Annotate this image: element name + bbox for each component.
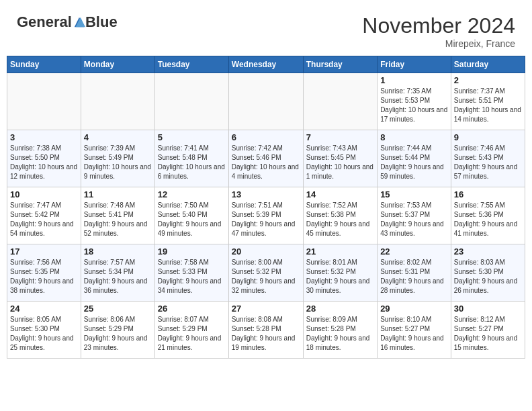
day-number: 26 xyxy=(158,304,226,314)
day-number: 16 xyxy=(454,189,522,199)
day-info: Sunrise: 8:05 AM Sunset: 5:30 PM Dayligh… xyxy=(10,315,78,353)
day-info: Sunrise: 7:56 AM Sunset: 5:35 PM Dayligh… xyxy=(10,258,78,295)
day-number: 27 xyxy=(232,304,300,314)
day-info: Sunrise: 7:41 AM Sunset: 5:48 PM Dayligh… xyxy=(158,144,226,181)
calendar-cell: 18Sunrise: 7:57 AM Sunset: 5:34 PM Dayli… xyxy=(81,244,154,302)
calendar-cell: 4Sunrise: 7:39 AM Sunset: 5:49 PM Daylig… xyxy=(81,130,154,187)
day-number: 7 xyxy=(306,132,374,142)
calendar-cell: 21Sunrise: 8:01 AM Sunset: 5:32 PM Dayli… xyxy=(303,244,377,302)
calendar-cell: 28Sunrise: 8:09 AM Sunset: 5:28 PM Dayli… xyxy=(303,302,377,359)
calendar-cell: 26Sunrise: 8:07 AM Sunset: 5:29 PM Dayli… xyxy=(154,302,228,359)
location: Mirepeix, France xyxy=(362,38,515,49)
day-number: 1 xyxy=(380,75,448,85)
day-info: Sunrise: 8:10 AM Sunset: 5:27 PM Dayligh… xyxy=(380,315,448,353)
calendar-week-row-2: 3Sunrise: 7:38 AM Sunset: 5:50 PM Daylig… xyxy=(7,130,525,187)
day-number: 28 xyxy=(306,304,374,314)
calendar-cell xyxy=(81,73,154,130)
day-info: Sunrise: 7:57 AM Sunset: 5:34 PM Dayligh… xyxy=(84,258,152,295)
logo-icon xyxy=(73,16,85,28)
calendar-cell: 23Sunrise: 8:03 AM Sunset: 5:30 PM Dayli… xyxy=(451,244,525,302)
calendar-cell: 2Sunrise: 7:37 AM Sunset: 5:51 PM Daylig… xyxy=(451,73,525,130)
day-number: 25 xyxy=(84,304,152,314)
calendar-week-row-5: 24Sunrise: 8:05 AM Sunset: 5:30 PM Dayli… xyxy=(7,302,525,359)
page-header: General Blue November 2024 Mirepeix, Fra… xyxy=(7,7,525,52)
calendar-cell: 3Sunrise: 7:38 AM Sunset: 5:50 PM Daylig… xyxy=(7,130,81,187)
day-info: Sunrise: 7:39 AM Sunset: 5:49 PM Dayligh… xyxy=(84,144,152,181)
day-info: Sunrise: 7:52 AM Sunset: 5:38 PM Dayligh… xyxy=(306,201,374,238)
calendar-header-tuesday: Tuesday xyxy=(154,56,228,73)
logo: General Blue xyxy=(17,13,118,31)
day-number: 20 xyxy=(232,246,300,257)
day-info: Sunrise: 7:37 AM Sunset: 5:51 PM Dayligh… xyxy=(454,87,522,124)
calendar-cell: 24Sunrise: 8:05 AM Sunset: 5:30 PM Dayli… xyxy=(7,302,81,359)
title-block: November 2024 Mirepeix, France xyxy=(362,13,515,49)
day-info: Sunrise: 7:43 AM Sunset: 5:45 PM Dayligh… xyxy=(306,144,374,181)
calendar-cell: 14Sunrise: 7:52 AM Sunset: 5:38 PM Dayli… xyxy=(303,187,377,244)
day-info: Sunrise: 8:12 AM Sunset: 5:27 PM Dayligh… xyxy=(454,315,522,353)
day-info: Sunrise: 7:48 AM Sunset: 5:41 PM Dayligh… xyxy=(84,201,152,238)
day-info: Sunrise: 8:01 AM Sunset: 5:32 PM Dayligh… xyxy=(306,258,374,295)
day-info: Sunrise: 7:50 AM Sunset: 5:40 PM Dayligh… xyxy=(158,201,226,238)
day-info: Sunrise: 8:08 AM Sunset: 5:28 PM Dayligh… xyxy=(232,315,300,353)
calendar-week-row-4: 17Sunrise: 7:56 AM Sunset: 5:35 PM Dayli… xyxy=(7,244,525,302)
day-number: 21 xyxy=(306,246,374,257)
calendar-cell: 16Sunrise: 7:55 AM Sunset: 5:36 PM Dayli… xyxy=(451,187,525,244)
calendar-header-row: SundayMondayTuesdayWednesdayThursdayFrid… xyxy=(7,56,525,73)
calendar-cell: 12Sunrise: 7:50 AM Sunset: 5:40 PM Dayli… xyxy=(154,187,228,244)
calendar-cell: 25Sunrise: 8:06 AM Sunset: 5:29 PM Dayli… xyxy=(81,302,154,359)
calendar-header-wednesday: Wednesday xyxy=(228,56,303,73)
day-number: 10 xyxy=(10,189,78,199)
calendar-header-thursday: Thursday xyxy=(303,56,377,73)
calendar-cell: 5Sunrise: 7:41 AM Sunset: 5:48 PM Daylig… xyxy=(154,130,228,187)
logo-blue: Blue xyxy=(85,13,118,31)
calendar-cell: 6Sunrise: 7:42 AM Sunset: 5:46 PM Daylig… xyxy=(228,130,303,187)
day-info: Sunrise: 7:38 AM Sunset: 5:50 PM Dayligh… xyxy=(10,144,78,181)
calendar-cell: 20Sunrise: 8:00 AM Sunset: 5:32 PM Dayli… xyxy=(228,244,303,302)
calendar-cell: 7Sunrise: 7:43 AM Sunset: 5:45 PM Daylig… xyxy=(303,130,377,187)
calendar-cell xyxy=(228,73,303,130)
calendar-cell: 10Sunrise: 7:47 AM Sunset: 5:42 PM Dayli… xyxy=(7,187,81,244)
calendar-header-monday: Monday xyxy=(81,56,154,73)
day-number: 23 xyxy=(454,246,522,257)
day-info: Sunrise: 7:53 AM Sunset: 5:37 PM Dayligh… xyxy=(380,201,448,238)
day-info: Sunrise: 7:51 AM Sunset: 5:39 PM Dayligh… xyxy=(232,201,300,238)
day-info: Sunrise: 7:46 AM Sunset: 5:43 PM Dayligh… xyxy=(454,144,522,181)
day-info: Sunrise: 8:02 AM Sunset: 5:31 PM Dayligh… xyxy=(380,258,448,295)
calendar-cell: 9Sunrise: 7:46 AM Sunset: 5:43 PM Daylig… xyxy=(451,130,525,187)
day-number: 3 xyxy=(10,132,78,142)
day-info: Sunrise: 7:35 AM Sunset: 5:53 PM Dayligh… xyxy=(380,87,448,124)
calendar-header-friday: Friday xyxy=(378,56,451,73)
calendar-header-sunday: Sunday xyxy=(7,56,81,73)
day-number: 5 xyxy=(158,132,226,142)
day-info: Sunrise: 7:58 AM Sunset: 5:33 PM Dayligh… xyxy=(158,258,226,295)
day-info: Sunrise: 7:55 AM Sunset: 5:36 PM Dayligh… xyxy=(454,201,522,238)
logo-general: General xyxy=(17,13,72,31)
calendar-week-row-1: 1Sunrise: 7:35 AM Sunset: 5:53 PM Daylig… xyxy=(7,73,525,130)
day-number: 22 xyxy=(380,246,448,257)
calendar-week-row-3: 10Sunrise: 7:47 AM Sunset: 5:42 PM Dayli… xyxy=(7,187,525,244)
day-number: 30 xyxy=(454,304,522,314)
day-number: 11 xyxy=(84,189,152,199)
calendar-cell: 1Sunrise: 7:35 AM Sunset: 5:53 PM Daylig… xyxy=(378,73,451,130)
calendar-header-saturday: Saturday xyxy=(451,56,525,73)
calendar-cell: 30Sunrise: 8:12 AM Sunset: 5:27 PM Dayli… xyxy=(451,302,525,359)
calendar-cell: 22Sunrise: 8:02 AM Sunset: 5:31 PM Dayli… xyxy=(378,244,451,302)
calendar-cell: 17Sunrise: 7:56 AM Sunset: 5:35 PM Dayli… xyxy=(7,244,81,302)
calendar-cell: 11Sunrise: 7:48 AM Sunset: 5:41 PM Dayli… xyxy=(81,187,154,244)
day-number: 2 xyxy=(454,75,522,85)
day-number: 15 xyxy=(380,189,448,199)
day-number: 8 xyxy=(380,132,448,142)
calendar-table: SundayMondayTuesdayWednesdayThursdayFrid… xyxy=(7,56,525,359)
day-info: Sunrise: 8:03 AM Sunset: 5:30 PM Dayligh… xyxy=(454,258,522,295)
day-info: Sunrise: 7:44 AM Sunset: 5:44 PM Dayligh… xyxy=(380,144,448,181)
calendar-cell xyxy=(154,73,228,130)
day-info: Sunrise: 7:47 AM Sunset: 5:42 PM Dayligh… xyxy=(10,201,78,238)
day-number: 29 xyxy=(380,304,448,314)
calendar-cell: 29Sunrise: 8:10 AM Sunset: 5:27 PM Dayli… xyxy=(378,302,451,359)
day-number: 6 xyxy=(232,132,300,142)
day-info: Sunrise: 7:42 AM Sunset: 5:46 PM Dayligh… xyxy=(232,144,300,181)
day-number: 12 xyxy=(158,189,226,199)
calendar-cell xyxy=(7,73,81,130)
day-info: Sunrise: 8:07 AM Sunset: 5:29 PM Dayligh… xyxy=(158,315,226,353)
calendar-cell: 27Sunrise: 8:08 AM Sunset: 5:28 PM Dayli… xyxy=(228,302,303,359)
